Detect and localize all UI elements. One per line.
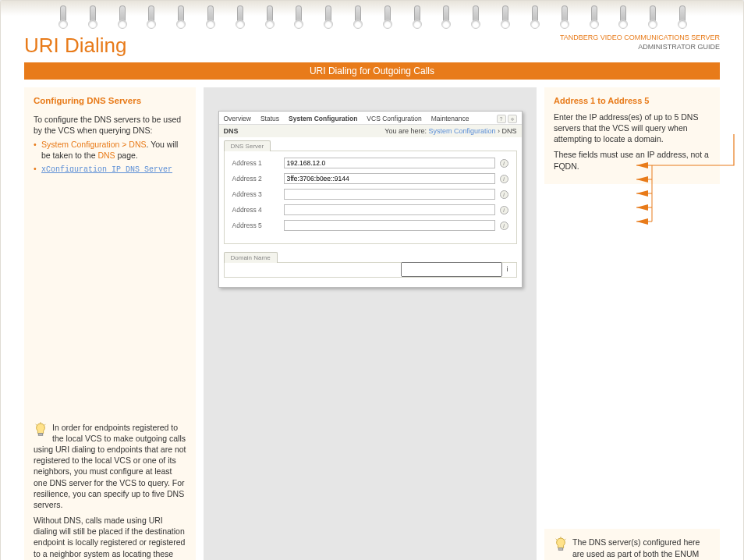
- input-domain[interactable]: [401, 262, 502, 277]
- bullet-cli-cmd[interactable]: xConfiguration IP DNS Server: [34, 163, 186, 175]
- label-address3: Address 3: [232, 190, 279, 198]
- breadcrumb: You are here: System Configuration › DNS: [384, 127, 516, 135]
- spiral-binding: [1, 1, 743, 26]
- tab-vcs-config[interactable]: VCS Configuration: [367, 115, 421, 122]
- left-heading: Configuring DNS Servers: [34, 95, 186, 108]
- tab-status[interactable]: Status: [260, 115, 279, 122]
- info-icon[interactable]: i: [507, 265, 508, 273]
- input-address5[interactable]: [284, 220, 495, 231]
- label-address4: Address 4: [232, 206, 279, 214]
- input-address3[interactable]: [284, 189, 495, 200]
- input-address2[interactable]: [284, 173, 495, 184]
- svg-rect-0: [38, 433, 42, 435]
- input-address4[interactable]: [284, 204, 495, 215]
- input-address1[interactable]: [284, 158, 495, 168]
- svg-line-2: [36, 424, 37, 426]
- right-block-top: Address 1 to Address 5 Enter the IP addr…: [544, 87, 720, 184]
- svg-line-12: [565, 539, 566, 541]
- page-title: URI Dialing: [24, 34, 127, 58]
- logout-icon[interactable]: ⎆: [508, 115, 517, 123]
- svg-rect-9: [558, 548, 562, 551]
- svg-line-3: [44, 424, 46, 426]
- lightbulb-icon: [554, 537, 568, 554]
- dns-screenshot: ? ⎆ Overview Status System Configuration…: [218, 111, 523, 288]
- section-bar: URI Dialing for Outgoing Calls: [24, 62, 720, 80]
- label-address5: Address 5: [232, 222, 279, 229]
- brand-header: TANDBERG VIDEO COMMUNICATIONS SERVER ADM…: [560, 34, 720, 51]
- screenshot-area: ? ⎆ Overview Status System Configuration…: [204, 87, 537, 560]
- label-address1: Address 1: [232, 159, 279, 167]
- svg-line-11: [556, 539, 558, 541]
- info-icon[interactable]: i: [500, 206, 508, 214]
- right-block-bottom: The DNS server(s) configured here are us…: [544, 529, 720, 560]
- right-heading: Address 1 to Address 5: [554, 95, 710, 107]
- bullet-gui-path: System Configuration > DNS. You will be …: [34, 139, 186, 161]
- left-note: In order for endpoints registered to the…: [34, 417, 186, 560]
- label-address2: Address 2: [232, 175, 279, 183]
- group-dns-server: DNS Server: [224, 140, 271, 151]
- left-column: Configuring DNS Servers To configure the…: [24, 87, 196, 560]
- info-icon[interactable]: i: [500, 159, 508, 168]
- tab-overview[interactable]: Overview: [224, 115, 251, 122]
- sub-heading: DNS: [224, 127, 239, 135]
- info-icon[interactable]: i: [500, 190, 508, 199]
- info-icon[interactable]: i: [500, 222, 508, 230]
- help-icon[interactable]: ?: [497, 115, 506, 123]
- left-intro: To configure the DNS servers to be used …: [34, 114, 186, 136]
- tab-maintenance[interactable]: Maintenance: [431, 115, 469, 122]
- tab-system-config[interactable]: System Configuration: [289, 115, 357, 122]
- group-domain-name: Domain Name: [224, 252, 278, 263]
- lightbulb-icon: [34, 422, 48, 439]
- info-icon[interactable]: i: [500, 175, 508, 183]
